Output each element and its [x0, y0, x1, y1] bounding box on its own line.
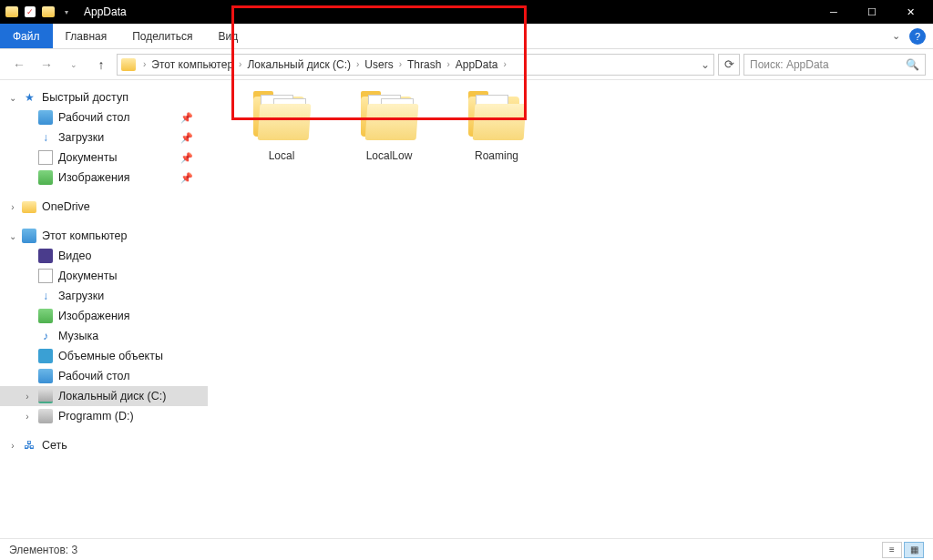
sidebar-item-label: Рабочий стол [58, 111, 129, 124]
folder-label: Local [269, 149, 295, 162]
folder-list: Local LocalLow ⚙ Roamin [222, 91, 918, 162]
folder-label: LocalLow [366, 149, 413, 162]
sidebar-item-label: Локальный диск (C:) [58, 390, 166, 402]
sidebar-item-label: Рабочий стол [58, 370, 129, 382]
sidebar-item-music[interactable]: ♪Музыка [0, 326, 208, 346]
expander-icon[interactable]: › [22, 412, 33, 422]
pictures-icon [38, 309, 53, 323]
sidebar-item-label: Быстрый доступ [42, 91, 128, 104]
sidebar-item-this-pc[interactable]: ⌄Этот компьютер [0, 226, 208, 246]
sidebar-item-label: Документы [58, 270, 117, 282]
sidebar-item-label: Programm (D:) [58, 410, 134, 423]
pictures-icon [38, 170, 53, 185]
chevron-right-icon[interactable]: › [237, 59, 243, 69]
sidebar-item-label: Объемные объекты [58, 350, 163, 362]
maximize-button[interactable]: ☐ [853, 0, 891, 24]
view-icons-button[interactable]: ▦ [904, 542, 924, 558]
address-bar[interactable]: › Этот компьютер › Локальный диск (C:) ›… [117, 54, 714, 76]
ribbon-collapse-icon[interactable]: ⌄ [887, 24, 906, 48]
view-switcher: ≡ ▦ [882, 542, 924, 558]
tab-view[interactable]: Вид [205, 24, 251, 48]
quick-access-toolbar: ✓ ▾ [4, 4, 75, 20]
sidebar-item-pictures[interactable]: Изображения📌 [0, 168, 208, 188]
sidebar-item-documents[interactable]: Документы [0, 266, 208, 286]
folder-icon [40, 4, 56, 20]
expander-icon[interactable]: › [7, 202, 18, 212]
search-icon: 🔍 [906, 58, 919, 71]
content-area[interactable]: Local LocalLow ⚙ Roamin [208, 80, 933, 538]
view-details-button[interactable]: ≡ [882, 542, 902, 558]
recent-dropdown-icon[interactable]: ⌄ [62, 53, 86, 76]
pc-icon [22, 229, 36, 243]
sidebar-item-pictures[interactable]: Изображения [0, 306, 208, 326]
sidebar-item-programm-d[interactable]: ›Programm (D:) [0, 406, 208, 426]
onedrive-icon [22, 201, 36, 213]
chevron-right-icon[interactable]: › [445, 59, 451, 69]
folder-locallow[interactable]: LocalLow [348, 91, 430, 162]
pin-icon: 📌 [180, 152, 193, 164]
help-icon[interactable]: ? [909, 28, 926, 45]
tab-share[interactable]: Поделиться [119, 24, 205, 48]
video-icon [38, 249, 53, 263]
qat-dropdown-icon[interactable]: ▾ [58, 4, 75, 20]
expander-icon[interactable]: ⌄ [7, 231, 18, 241]
sidebar-item-label: Сеть [42, 439, 67, 452]
sidebar-item-video[interactable]: Видео [0, 246, 208, 266]
sidebar-item-local-disk-c[interactable]: ›Локальный диск (C:) [0, 386, 208, 406]
search-input[interactable]: Поиск: AppData 🔍 [743, 54, 926, 76]
navigation-bar: ← → ⌄ ↑ › Этот компьютер › Локальный дис… [0, 49, 933, 80]
close-button[interactable]: ✕ [891, 0, 929, 24]
forward-button[interactable]: → [35, 53, 58, 76]
sidebar-item-onedrive[interactable]: ›OneDrive [0, 197, 208, 217]
navigation-pane[interactable]: ⌄★Быстрый доступ Рабочий стол📌 ↓Загрузки… [0, 80, 208, 538]
expander-icon[interactable]: ⌄ [7, 93, 18, 103]
sidebar-item-desktop[interactable]: Рабочий стол [0, 366, 208, 386]
downloads-icon: ↓ [38, 289, 53, 303]
desktop-icon [38, 110, 53, 125]
chevron-right-icon[interactable]: › [397, 59, 404, 69]
chevron-right-icon[interactable]: › [141, 59, 148, 69]
sidebar-item-network[interactable]: ›🖧Сеть [0, 435, 208, 455]
pin-icon: 📌 [180, 112, 193, 124]
folder-local[interactable]: Local [241, 91, 323, 162]
breadcrumb-item[interactable]: Этот компьютер [149, 58, 235, 71]
sidebar-item-quick-access[interactable]: ⌄★Быстрый доступ [0, 87, 208, 107]
properties-icon[interactable]: ✓ [22, 4, 38, 20]
sidebar-item-downloads[interactable]: ↓Загрузки [0, 286, 208, 306]
sidebar-item-3d-objects[interactable]: Объемные объекты [0, 346, 208, 366]
refresh-button[interactable]: ⟳ [718, 54, 740, 76]
sidebar-item-label: Изображения [58, 171, 130, 184]
breadcrumb-item[interactable]: AppData [454, 58, 500, 71]
folder-icon [121, 58, 136, 71]
address-dropdown-icon[interactable]: ⌄ [701, 58, 710, 71]
folder-roaming[interactable]: ⚙ Roaming [456, 91, 538, 162]
up-button[interactable]: ↑ [89, 53, 113, 76]
tab-home[interactable]: Главная [53, 24, 120, 48]
sidebar-item-label: Музыка [58, 330, 98, 342]
desktop-icon [38, 369, 53, 383]
sidebar-item-downloads[interactable]: ↓Загрузки📌 [0, 127, 208, 148]
chevron-right-icon[interactable]: › [354, 59, 361, 69]
minimize-button[interactable]: ─ [815, 0, 853, 24]
expander-icon[interactable]: › [7, 441, 18, 451]
window-title: AppData [84, 5, 127, 18]
sidebar-item-documents[interactable]: Документы📌 [0, 148, 208, 168]
chevron-right-icon[interactable]: › [501, 59, 508, 69]
titlebar[interactable]: ✓ ▾ AppData ─ ☐ ✕ [0, 0, 933, 24]
network-icon: 🖧 [22, 438, 36, 453]
breadcrumb-item[interactable]: Локальный диск (C:) [245, 58, 353, 71]
back-button[interactable]: ← [7, 53, 31, 76]
tab-file[interactable]: Файл [0, 24, 53, 48]
ribbon-tabs: Файл Главная Поделиться Вид ⌄ ? [0, 24, 933, 49]
expander-icon[interactable]: › [22, 392, 33, 402]
sidebar-item-label: OneDrive [42, 200, 90, 213]
folder-label: Roaming [475, 149, 518, 162]
sidebar-item-desktop[interactable]: Рабочий стол📌 [0, 107, 208, 127]
disk-icon [38, 389, 53, 403]
search-placeholder: Поиск: AppData [750, 58, 829, 71]
breadcrumb-item[interactable]: Users [363, 58, 395, 71]
sidebar-item-label: Документы [58, 151, 117, 164]
breadcrumb-item[interactable]: Thrash [405, 58, 443, 71]
objects3d-icon [38, 349, 53, 363]
pin-icon: 📌 [180, 132, 193, 144]
